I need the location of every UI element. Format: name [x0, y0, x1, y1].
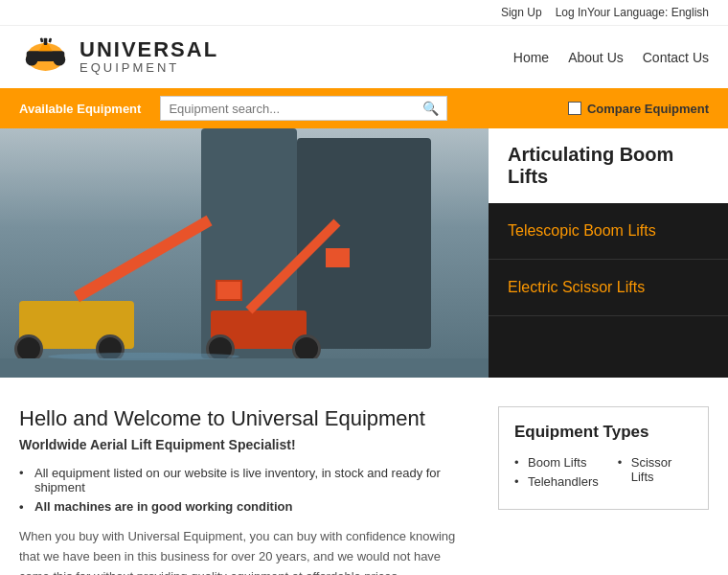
hero-image	[0, 128, 489, 378]
hero-link-scissor[interactable]: Electric Scissor Lifts	[489, 260, 728, 316]
hero-panel-title: Articulating Boom Lifts	[508, 144, 709, 188]
svg-rect-5	[44, 38, 48, 45]
signup-link[interactable]: Sign Up	[501, 6, 542, 19]
eq-col-1: Boom Lifts Telehandlers	[514, 455, 599, 494]
welcome-section: Hello and Welcome to Universal Equipment…	[19, 406, 469, 575]
bullet-item-1: All equipment listed on our website is l…	[19, 466, 469, 494]
toolbar: Available Equipment 🔍 Compare Equipment	[0, 88, 728, 128]
main-nav: Home About Us Contact Us	[513, 50, 709, 65]
eq-item-boom-lifts[interactable]: Boom Lifts	[514, 455, 599, 470]
svg-rect-7	[48, 38, 52, 43]
search-input[interactable]	[169, 102, 422, 116]
top-bar: Sign Up Log In Your Language: English	[0, 0, 728, 26]
logo-universal: UNIVERSAL	[80, 38, 218, 61]
login-link[interactable]: Log In	[556, 6, 587, 19]
puddle	[48, 353, 239, 360]
header: UNIVERSAL EQUIPMENT Home About Us Contac…	[0, 26, 728, 88]
eq-col-2: Scissor Lifts	[618, 455, 693, 494]
logo[interactable]: UNIVERSAL EQUIPMENT	[19, 35, 218, 79]
nav-home[interactable]: Home	[513, 50, 549, 65]
nav-about[interactable]: About Us	[568, 50, 624, 65]
compare-area: Compare Equipment	[568, 102, 709, 116]
search-submit-button[interactable]: 🔍	[422, 101, 439, 116]
hero-panel-links: Telescopic Boom Lifts Electric Scissor L…	[489, 203, 728, 378]
equipment-types-box: Equipment Types Boom Lifts Telehandlers …	[498, 406, 709, 510]
eq-item-telehandlers[interactable]: Telehandlers	[514, 474, 599, 489]
nav-contact[interactable]: Contact Us	[643, 50, 709, 65]
main-content: Hello and Welcome to Universal Equipment…	[0, 378, 728, 575]
hero-panel-top: Articulating Boom Lifts	[489, 128, 728, 203]
equipment-columns: Boom Lifts Telehandlers Scissor Lifts	[514, 455, 693, 494]
hero-section: Articulating Boom Lifts Telescopic Boom …	[0, 128, 728, 378]
machine-1-arm	[74, 216, 213, 302]
bullet-item-2: All machines are in good working conditi…	[19, 499, 469, 514]
eq-list-2: Scissor Lifts	[618, 455, 693, 484]
welcome-subtitle: Worldwide Aerial Lift Equipment Speciali…	[19, 437, 469, 452]
svg-rect-6	[40, 37, 44, 42]
logo-icon	[19, 35, 72, 79]
logo-text: UNIVERSAL EQUIPMENT	[80, 38, 218, 75]
search-box: 🔍	[160, 96, 447, 121]
compare-checkbox[interactable]	[568, 102, 581, 115]
hero-panel: Articulating Boom Lifts Telescopic Boom …	[489, 128, 728, 378]
welcome-paragraph: When you buy with Universal Equipment, y…	[19, 527, 469, 575]
machine-1-basket	[216, 280, 242, 301]
available-equipment-button[interactable]: Available Equipment	[19, 102, 141, 116]
compare-label[interactable]: Compare Equipment	[587, 102, 709, 116]
hero-link-telescopic[interactable]: Telescopic Boom Lifts	[489, 203, 728, 260]
machine-2-basket	[326, 248, 350, 267]
eq-item-scissor-lifts[interactable]: Scissor Lifts	[618, 455, 693, 484]
logo-equipment: EQUIPMENT	[80, 61, 218, 75]
eq-list-1: Boom Lifts Telehandlers	[514, 455, 599, 489]
ground	[0, 358, 489, 378]
bullet-list: All equipment listed on our website is l…	[19, 466, 469, 514]
welcome-title: Hello and Welcome to Universal Equipment	[19, 406, 469, 431]
language-label: Your Language: English	[587, 6, 709, 19]
equipment-types-title: Equipment Types	[514, 423, 693, 442]
svg-rect-3	[27, 51, 65, 61]
